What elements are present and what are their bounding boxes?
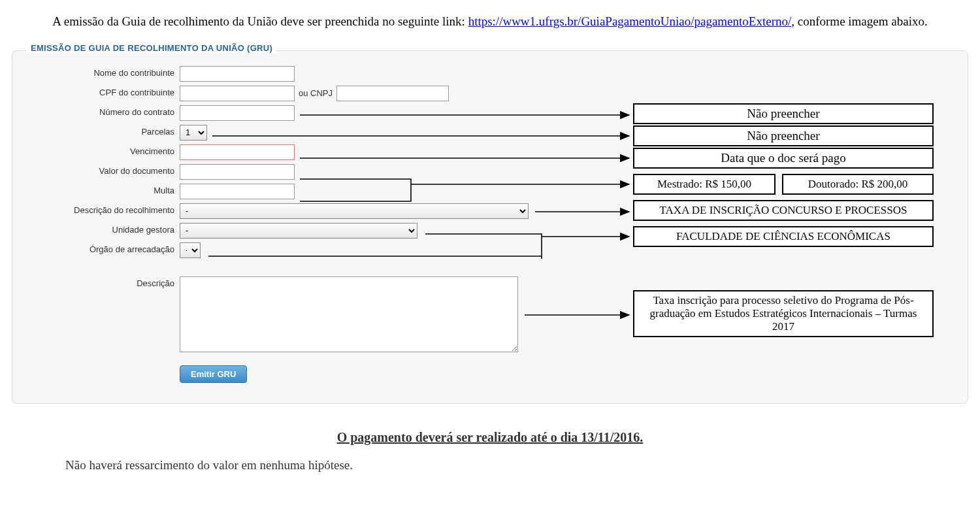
- annot-descricao: Taxa inscrição para processo seletivo do…: [633, 290, 934, 337]
- input-cpf[interactable]: [180, 86, 295, 101]
- annot-parcelas: Não preencher: [633, 125, 934, 146]
- intro-link[interactable]: https://www1.ufrgs.br/GuiaPagamentoUniao…: [468, 14, 792, 28]
- select-parcelas[interactable]: 1: [180, 125, 207, 141]
- label-or-cnpj: ou CNPJ: [299, 88, 333, 98]
- gru-panel: EMISSÃO DE GUIA DE RECOLHIMENTO DA UNIÃO…: [12, 50, 968, 404]
- label-orgao: Órgão de arrecadação: [12, 240, 180, 254]
- annot-contrato: Não preencher: [633, 103, 934, 124]
- annot-desc-rec: TAXA DE INSCRIÇÃO CONCURSO E PROCESSOS: [633, 200, 934, 221]
- label-descricao: Descrição: [12, 274, 180, 288]
- input-vencimento[interactable]: [180, 144, 295, 160]
- label-cpf: CPF do contribuinte: [12, 84, 180, 97]
- input-nome[interactable]: [180, 66, 295, 82]
- label-unidade: Unidade gestora: [12, 221, 180, 235]
- label-nome: Nome do contribuinte: [12, 64, 180, 78]
- emit-gru-button[interactable]: Emitir GRU: [180, 365, 247, 383]
- label-desc-rec: Descrição do recolhimento: [12, 201, 180, 215]
- label-vencimento: Vencimento: [12, 142, 180, 156]
- input-multa[interactable]: [180, 184, 295, 199]
- label-parcelas: Parcelas: [12, 123, 180, 137]
- intro-before: A emissão da Guia de recolhimento da Uni…: [52, 14, 468, 28]
- deadline-text: O pagamento deverá ser realizado até o d…: [0, 430, 980, 445]
- panel-legend: EMISSÃO DE GUIA DE RECOLHIMENTO DA UNIÃO…: [27, 43, 276, 53]
- select-desc-rec[interactable]: -: [180, 203, 529, 219]
- select-orgao[interactable]: -: [180, 242, 201, 258]
- textarea-descricao[interactable]: [180, 276, 518, 352]
- annot-unidade: FACULDADE DE CIÊNCIAS ECONÔMICAS: [633, 226, 934, 247]
- annot-vencimento: Data que o doc será pago: [633, 148, 934, 169]
- label-contrato: Número do contrato: [12, 103, 180, 117]
- footer-text: Não haverá ressarcimento do valor em nen…: [0, 458, 980, 472]
- intro-text: A emissão da Guia de recolhimento da Uni…: [0, 0, 980, 37]
- input-cnpj[interactable]: [336, 86, 449, 101]
- annot-valor-doutorado: Doutorado: R$ 200,00: [782, 174, 934, 195]
- input-valor[interactable]: [180, 164, 295, 180]
- label-multa: Multa: [12, 182, 180, 195]
- label-valor: Valor do documento: [12, 162, 180, 176]
- select-unidade[interactable]: -: [180, 223, 417, 239]
- annot-valor-mestrado: Mestrado: R$ 150,00: [633, 174, 776, 195]
- intro-after: , conforme imagem abaixo.: [791, 14, 927, 28]
- input-contrato[interactable]: [180, 105, 295, 121]
